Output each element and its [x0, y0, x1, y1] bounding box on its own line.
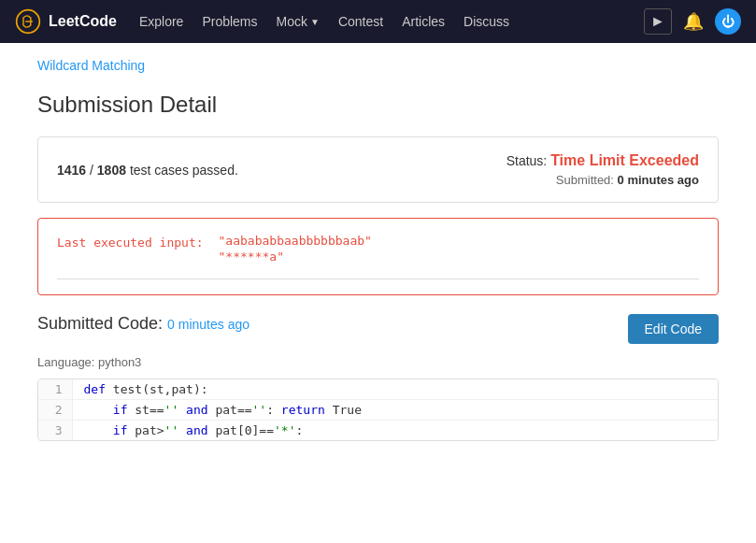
line-num-3: 3 [38, 421, 72, 441]
submitted-label: Submitted: [556, 173, 618, 187]
submitted-code-label: Submitted Code: [37, 314, 167, 333]
code-line-1: def test(st,pat): [72, 379, 718, 400]
language-info: Language: python3 [37, 355, 719, 369]
code-row-3: 3 if pat>'' and pat[0]=='*': [38, 421, 718, 441]
nav-links: Explore Problems Mock ▼ Contest Articles… [139, 14, 621, 29]
terminal-button[interactable]: ► [644, 8, 672, 35]
test-cases-total: 1808 [97, 163, 126, 178]
bell-icon[interactable]: 🔔 [683, 11, 704, 32]
logo-icon [15, 8, 41, 35]
submitted-code-section: Submitted Code: 0 minutes ago Edit Code … [37, 314, 719, 369]
mock-dropdown-icon: ▼ [310, 17, 320, 27]
input-values: "aabababbaabbbbbbaab" "******a" [219, 234, 372, 265]
breadcrumb-link[interactable]: Wildcard Matching [37, 58, 145, 73]
nav-contest[interactable]: Contest [338, 14, 383, 29]
nav-right: ► 🔔 ⏻ [644, 8, 741, 35]
test-cases-label: test cases passed. [130, 163, 238, 178]
code-line-3: if pat>'' and pat[0]=='*': [72, 421, 718, 441]
nav-explore[interactable]: Explore [139, 14, 183, 29]
language-label: Language: [37, 355, 98, 369]
page-title: Submission Detail [37, 92, 719, 118]
nav-articles[interactable]: Articles [402, 14, 445, 29]
input-divider [57, 279, 699, 279]
result-card: 1416 / 1808 test cases passed. Status: T… [37, 136, 719, 203]
input-value-2: "******a" [219, 250, 372, 264]
page-content: Wildcard Matching Submission Detail 1416… [0, 43, 756, 464]
edit-code-button[interactable]: Edit Code [628, 314, 719, 344]
nav-problems[interactable]: Problems [202, 14, 257, 29]
nav-discuss[interactable]: Discuss [464, 14, 509, 29]
nav-mock[interactable]: Mock ▼ [277, 14, 320, 29]
submitted-info: Submitted: 0 minutes ago [506, 173, 699, 187]
code-block: 1 def test(st,pat): 2 if st=='' and pat=… [37, 379, 719, 441]
input-value-1: "aabababbaabbbbbbaab" [219, 234, 372, 248]
input-card: Last executed input: "aabababbaabbbbbbaa… [37, 218, 719, 295]
line-num-1: 1 [38, 379, 72, 400]
navbar: LeetCode Explore Problems Mock ▼ Contest… [0, 0, 756, 43]
language-value: python3 [98, 355, 141, 369]
status-row: Status: Time Limit Exceeded [506, 152, 699, 169]
logo-text: LeetCode [49, 13, 117, 30]
status-value: Time Limit Exceeded [550, 152, 699, 168]
terminal-icon: ► [650, 13, 665, 30]
status-label: Status: [506, 153, 550, 168]
power-icon: ⏻ [721, 14, 735, 29]
submitted-code-header: Submitted Code: 0 minutes ago [37, 314, 250, 334]
status-area: Status: Time Limit Exceeded Submitted: 0… [506, 152, 699, 187]
input-label: Last executed input: [57, 234, 204, 250]
power-button[interactable]: ⏻ [715, 8, 741, 35]
logo[interactable]: LeetCode [15, 8, 117, 35]
code-row-2: 2 if st=='' and pat=='': return True [38, 400, 718, 421]
test-cases-info: 1416 / 1808 test cases passed. [57, 163, 238, 178]
submitted-time: 0 minutes ago [618, 173, 699, 187]
input-card-inner: Last executed input: "aabababbaabbbbbbaa… [57, 234, 699, 265]
code-line-2: if st=='' and pat=='': return True [72, 400, 718, 421]
test-cases-separator: / [90, 163, 97, 178]
code-row-1: 1 def test(st,pat): [38, 379, 718, 400]
test-cases-passed: 1416 [57, 163, 86, 178]
submitted-code-time: 0 minutes ago [167, 317, 250, 332]
code-table: 1 def test(st,pat): 2 if st=='' and pat=… [38, 379, 718, 440]
line-num-2: 2 [38, 400, 72, 421]
